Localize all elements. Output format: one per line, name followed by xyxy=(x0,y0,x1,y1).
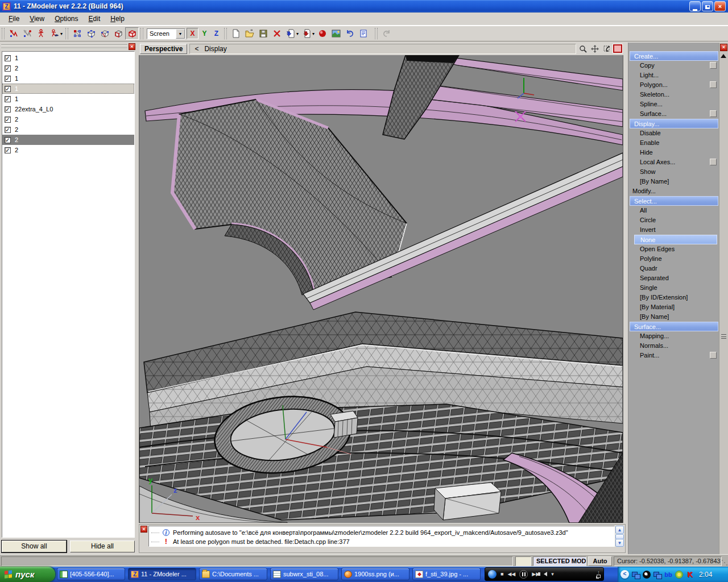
command-menu-item[interactable]: Show xyxy=(628,167,719,177)
select-edges-mode-icon[interactable] xyxy=(20,27,34,40)
delete-icon[interactable] xyxy=(270,27,284,40)
polygons-level-icon[interactable] xyxy=(98,27,111,40)
zoom-tool-icon[interactable] xyxy=(577,44,588,53)
command-menu-item[interactable]: Spline... xyxy=(628,99,719,109)
visibility-checkbox[interactable]: ✓ xyxy=(5,147,11,153)
pan-tool-icon[interactable] xyxy=(589,44,600,53)
visibility-checkbox[interactable]: ✓ xyxy=(5,65,11,72)
command-menu-item[interactable]: Invert xyxy=(628,225,719,235)
command-options-button[interactable] xyxy=(710,352,717,359)
command-menu-item[interactable]: Light... xyxy=(628,70,719,80)
log-close-icon[interactable]: × xyxy=(140,526,147,533)
orbit-tool-icon[interactable] xyxy=(601,44,612,53)
visibility-checkbox[interactable]: ✓ xyxy=(5,137,11,143)
scroll-up-icon[interactable] xyxy=(721,54,726,58)
axis-x-button[interactable]: X xyxy=(187,28,198,39)
panel-drag-grip[interactable] xyxy=(1,44,127,49)
maximize-viewport-icon[interactable] xyxy=(613,44,622,53)
viewport-view-button[interactable]: Perspective xyxy=(140,44,187,54)
command-menu-item[interactable]: Select... xyxy=(630,196,718,206)
command-menu-item[interactable]: Display... xyxy=(630,119,718,128)
object-list-item[interactable]: ✓ 2 xyxy=(2,135,134,145)
toolbar-grip[interactable] xyxy=(224,28,227,39)
command-menu-item[interactable]: Mapping... xyxy=(628,331,719,341)
pause-icon[interactable] xyxy=(519,570,528,579)
command-menu-item[interactable]: Disable xyxy=(628,128,719,138)
log-scrollbar[interactable]: ▲ ▼ xyxy=(615,526,624,547)
select-vertices-mode-icon[interactable] xyxy=(7,27,20,40)
command-menu-item[interactable]: Separated xyxy=(628,273,719,283)
object-list-item[interactable]: ✓ 2 xyxy=(2,145,134,155)
command-menu-item[interactable]: [By Material] xyxy=(628,302,719,312)
command-panel-close-icon[interactable]: × xyxy=(720,44,727,51)
command-menu-item[interactable]: Polygon... xyxy=(628,80,719,90)
auto-button[interactable]: Auto xyxy=(588,556,612,566)
visibility-checkbox[interactable]: ✓ xyxy=(5,117,11,123)
command-menu-item[interactable]: [By Name] xyxy=(628,312,719,322)
scroll-grip[interactable] xyxy=(721,334,726,339)
bind-pose-icon[interactable] xyxy=(48,27,61,40)
axis-z-button[interactable]: Z xyxy=(210,28,222,39)
command-menu-item[interactable]: Polyline xyxy=(628,254,719,264)
object-list-item[interactable]: ✓ 1 xyxy=(2,94,134,104)
start-button[interactable]: пуск xyxy=(0,567,55,582)
visibility-checkbox[interactable]: ✓ xyxy=(5,106,11,113)
taskbar-window-button[interactable]: subwrx_sti_08... xyxy=(270,568,338,580)
taskbar-window-button[interactable]: [405-556-640]... xyxy=(57,568,125,580)
skeleton-figure-icon[interactable] xyxy=(34,27,48,40)
toolbar-grip[interactable] xyxy=(140,28,143,39)
stop-icon[interactable]: ■ xyxy=(500,571,503,577)
save-file-icon[interactable] xyxy=(257,27,270,40)
texture-browser-icon[interactable] xyxy=(329,27,343,40)
command-menu-item[interactable]: Normals... xyxy=(628,341,719,351)
taskbar-window-button[interactable]: 11 - ZModeler ... xyxy=(128,568,196,580)
object-list-item[interactable]: ✓ 1 xyxy=(2,84,134,94)
show-all-button[interactable]: Show all xyxy=(2,541,67,552)
visibility-checkbox[interactable]: ✓ xyxy=(5,86,11,92)
object-list-item[interactable]: ✓ 22extra_4_L0 xyxy=(2,104,134,114)
render-sphere-icon[interactable] xyxy=(316,27,329,40)
command-menu-item[interactable]: Hide xyxy=(628,148,719,157)
scroll-up-icon[interactable]: ▲ xyxy=(615,526,624,534)
object-list-item[interactable]: ✓ 2 xyxy=(2,63,134,73)
command-menu-item[interactable]: All xyxy=(628,206,719,215)
icq-flower-icon[interactable] xyxy=(675,571,683,579)
restore-player-icon[interactable] xyxy=(597,575,601,578)
hide-all-button[interactable]: Hide all xyxy=(70,541,135,552)
taskbar-window-button[interactable]: f_sti_39.jpg - ... xyxy=(412,568,481,580)
command-menu-item[interactable]: Paint... xyxy=(628,351,719,360)
command-menu-item[interactable]: Skeleton... xyxy=(628,90,719,99)
log-line[interactable]: At least one polygon must be detached. f… xyxy=(151,537,614,546)
surfaces-level-icon[interactable] xyxy=(111,27,125,40)
taskbar-window-button[interactable]: C:\Documents ... xyxy=(199,568,267,580)
restore-button[interactable] xyxy=(702,1,713,11)
breadcrumb-back-arrow[interactable]: < xyxy=(195,45,198,53)
volume-icon[interactable] xyxy=(544,572,547,576)
command-menu-item[interactable]: [By ID/Extension] xyxy=(628,293,719,302)
visibility-checkbox[interactable]: ✓ xyxy=(5,127,11,133)
command-menu-item[interactable]: Create... xyxy=(630,51,718,61)
object-list-item[interactable]: ✓ 2 xyxy=(2,124,134,135)
command-options-button[interactable] xyxy=(710,110,717,117)
viewport-3d-canvas[interactable]: y z x xyxy=(139,55,623,523)
command-options-button[interactable] xyxy=(710,62,717,69)
command-options-button[interactable] xyxy=(710,81,717,88)
undo-icon[interactable] xyxy=(343,27,357,40)
command-menu-item[interactable]: Surface... xyxy=(628,109,719,119)
edges-level-icon[interactable] xyxy=(84,27,98,40)
tray-collapse-chevron-icon[interactable]: < xyxy=(621,570,629,579)
combo-dropdown-icon[interactable]: ▼ xyxy=(176,29,185,39)
log-window-icon[interactable] xyxy=(357,27,370,40)
menu-item[interactable]: View xyxy=(24,13,49,24)
minimize-button[interactable] xyxy=(689,1,701,11)
toolbar-grip[interactable] xyxy=(65,28,68,39)
command-options-button[interactable] xyxy=(710,159,717,165)
command-menu-item[interactable]: Modify... xyxy=(628,186,719,196)
close-button[interactable]: × xyxy=(714,1,726,11)
axis-y-button[interactable]: Y xyxy=(198,28,210,39)
command-menu-item[interactable]: [By Name] xyxy=(628,177,719,186)
command-menu-item[interactable]: Single xyxy=(628,283,719,293)
objects-level-icon[interactable] xyxy=(125,27,139,40)
command-menu-item[interactable]: Enable xyxy=(628,138,719,148)
command-menu-item[interactable]: None xyxy=(634,235,717,244)
